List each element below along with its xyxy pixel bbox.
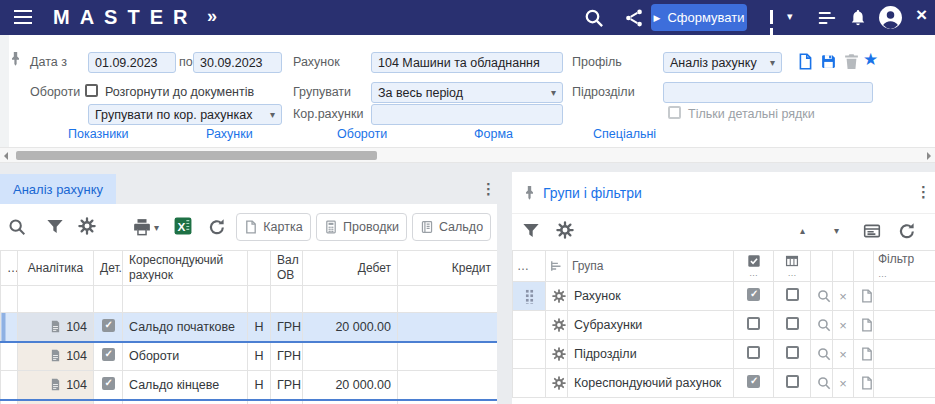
group-period-select[interactable]: За весь період ▾ (371, 82, 563, 103)
header-blank[interactable] (248, 251, 271, 286)
header-currency[interactable]: ВалОВ (271, 251, 303, 286)
refresh-icon[interactable] (898, 222, 916, 240)
expand-to-docs-checkbox[interactable] (85, 84, 98, 97)
cell-filter[interactable] (874, 369, 935, 398)
move-up-icon[interactable]: ▴ (800, 225, 805, 236)
cell-currency[interactable]: ГРН (271, 342, 303, 371)
print-caret-down-icon[interactable]: ▾ (154, 222, 159, 233)
header-detail[interactable]: Дет. (94, 251, 123, 286)
gear-icon[interactable] (78, 217, 96, 235)
filter-icon[interactable] (46, 218, 64, 236)
header-corr-account[interactable]: Кореспондуючий рахунок (123, 251, 248, 286)
gear-icon[interactable] (556, 221, 574, 239)
clear-icon[interactable]: × (839, 289, 847, 304)
tab-account-analysis[interactable]: Аналіз рахунку (0, 174, 116, 204)
clear-icon[interactable]: × (839, 318, 847, 333)
cell-credit[interactable] (398, 371, 498, 400)
departments-input[interactable] (663, 82, 873, 103)
header-group[interactable]: Група (568, 251, 734, 282)
table-row[interactable]: 104 Сальдо початкове Н ГРН 20 000.00 (1, 313, 498, 342)
header-credit[interactable]: Кредит (398, 251, 498, 286)
cell-analytics[interactable]: 104 (18, 342, 94, 371)
close-icon[interactable]: × (916, 4, 927, 26)
cell-n[interactable]: Н (248, 342, 271, 371)
postings-button[interactable]: Проводки (316, 213, 407, 241)
save-profile-icon[interactable] (820, 53, 837, 70)
page-icon[interactable] (860, 318, 874, 332)
group-by-corr-select[interactable]: Групувати по кор. рахунках ▾ (88, 104, 282, 125)
header-more[interactable]: … (513, 251, 546, 282)
pin-icon[interactable] (522, 185, 537, 200)
cell-filter[interactable] (874, 311, 935, 340)
group-enabled-checkbox[interactable] (747, 288, 760, 301)
favorite-star-icon[interactable]: ★ (863, 49, 878, 70)
group-enabled-checkbox[interactable] (747, 346, 760, 359)
search-icon[interactable] (584, 8, 604, 28)
search-icon[interactable] (8, 218, 26, 236)
left-panel-kebab-icon[interactable]: ⋮ (481, 180, 496, 198)
header-filter[interactable]: Фільтр… (874, 251, 935, 282)
cell-debit[interactable]: 20 000.00 (303, 313, 398, 342)
cell-name[interactable]: Обороти (123, 342, 248, 371)
pause-icon[interactable] (770, 10, 780, 24)
print-icon[interactable] (133, 218, 151, 236)
filter-icon[interactable] (522, 222, 540, 240)
tab-pokaznyky[interactable]: Показники (68, 127, 129, 141)
group-columns-checkbox[interactable] (786, 346, 799, 359)
generate-button[interactable]: ▶ Сформувати (651, 4, 747, 31)
cell-n[interactable]: Н (248, 371, 271, 400)
header-more[interactable]: … (1, 251, 18, 286)
detail-checkbox[interactable] (102, 377, 115, 390)
clear-icon[interactable]: × (839, 347, 847, 362)
clear-icon[interactable]: × (839, 376, 847, 391)
cell-group-name[interactable]: Рахунок (568, 282, 734, 311)
cell-name[interactable]: Сальдо початкове (123, 313, 248, 342)
corr-accounts-input[interactable] (371, 104, 563, 125)
detail-checkbox[interactable] (102, 348, 115, 361)
date-from-input[interactable] (88, 52, 176, 73)
cell-currency[interactable]: ГРН (271, 371, 303, 400)
header-columns[interactable]: … (774, 251, 811, 282)
cell-detail[interactable] (94, 371, 123, 400)
detail-checkbox[interactable] (102, 319, 115, 332)
cell-analytics[interactable]: 104 (18, 371, 94, 400)
scroll-left-arrow-icon[interactable] (4, 152, 8, 160)
only-detail-rows-checkbox[interactable] (668, 106, 681, 119)
horizontal-scrollbar[interactable] (0, 147, 935, 163)
cell-filter[interactable] (874, 340, 935, 369)
header-enabled[interactable]: … (734, 251, 774, 282)
profile-select[interactable]: Аналіз рахунку ▾ (663, 52, 782, 73)
cell-debit[interactable] (303, 342, 398, 371)
cell-group-name[interactable]: Підрозділи (568, 340, 734, 369)
cell-group-name[interactable]: Субрахунки (568, 311, 734, 340)
table-row[interactable]: 104 Обороти Н ГРН (1, 342, 498, 371)
drag-handle[interactable] (513, 282, 546, 311)
gear-icon[interactable] (552, 376, 566, 390)
pause-caret-down-icon[interactable]: ▾ (787, 10, 793, 23)
new-profile-icon[interactable] (797, 53, 814, 70)
scrollbar-thumb[interactable] (16, 151, 377, 160)
card-view-icon[interactable] (863, 222, 881, 240)
group-columns-checkbox[interactable] (786, 375, 799, 388)
card-button[interactable]: Картка (236, 213, 311, 241)
balance-button[interactable]: Сальдо (412, 213, 491, 241)
group-columns-checkbox[interactable] (786, 317, 799, 330)
group-enabled-checkbox[interactable] (747, 317, 760, 330)
move-down-icon[interactable]: ▾ (834, 225, 839, 236)
cell-group-name[interactable]: Кореспондуючий рахунок (568, 369, 734, 398)
group-columns-checkbox[interactable] (786, 288, 799, 301)
refresh-icon[interactable] (208, 218, 226, 236)
lookup-icon[interactable] (817, 376, 831, 390)
cell-n[interactable]: Н (248, 313, 271, 342)
gear-icon[interactable] (552, 318, 566, 332)
cell-filter[interactable] (874, 282, 935, 311)
lookup-icon[interactable] (817, 289, 831, 303)
page-icon[interactable] (860, 347, 874, 361)
tab-forma[interactable]: Форма (474, 127, 513, 141)
cell-detail[interactable] (94, 342, 123, 371)
cell-credit[interactable] (398, 313, 498, 342)
lookup-icon[interactable] (817, 318, 831, 332)
page-icon[interactable] (860, 376, 874, 390)
scroll-right-arrow-icon[interactable] (927, 152, 931, 160)
header-debit[interactable]: Дебет (303, 251, 398, 286)
